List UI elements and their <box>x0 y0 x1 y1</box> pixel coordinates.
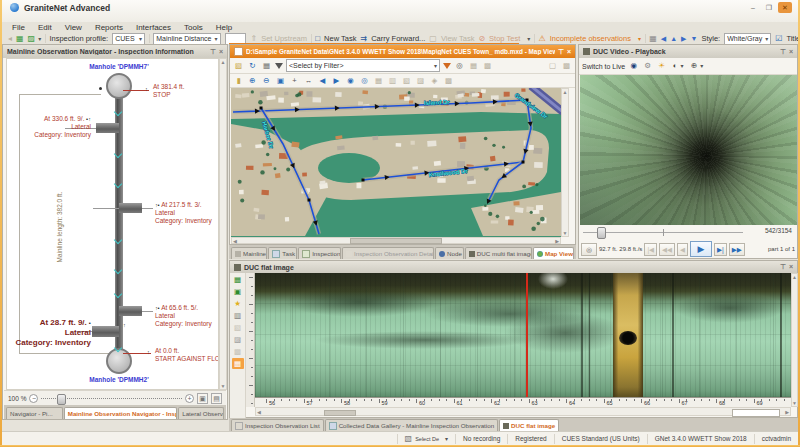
map-tool-icon[interactable]: ▩ <box>561 61 572 71</box>
start-observation[interactable]: At 0.0 ft.START AGAINST FLOW <box>155 347 219 363</box>
map-tool-icon[interactable]: ▢ <box>547 61 558 71</box>
brightness-icon[interactable]: ☀▾ <box>656 61 667 71</box>
tab-task[interactable]: Task <box>268 247 297 259</box>
pin-icon[interactable]: ⊤ <box>558 47 564 57</box>
new-task-button[interactable]: New Task <box>324 34 356 43</box>
pan-icon[interactable]: + <box>289 76 300 86</box>
current-position-cursor[interactable] <box>526 273 528 397</box>
add-observation-icon[interactable]: ▣ <box>232 286 244 297</box>
manhole-top-icon[interactable] <box>106 73 132 99</box>
close-panel-icon[interactable]: × <box>789 47 793 57</box>
scroll-right-icon[interactable]: ▶ <box>555 238 559 244</box>
close-button[interactable]: ✕ <box>778 2 792 13</box>
scroll-down-icon[interactable]: ▼ <box>221 383 226 389</box>
grid-overlay-icon[interactable]: ▦ <box>232 358 244 369</box>
scroll-down-icon[interactable]: ▼ <box>563 230 568 236</box>
scroll-up-icon[interactable]: ▲ <box>563 89 568 95</box>
scroll-up-icon[interactable]: ▲ <box>221 59 226 65</box>
scroll-down-icon[interactable]: ▼ <box>792 400 797 406</box>
flat-hscrollbar[interactable]: ◀ ▶ <box>255 407 791 416</box>
zoom-slider-handle[interactable] <box>57 394 66 405</box>
zoom-rect-icon[interactable]: ▣ <box>275 76 286 86</box>
tab-node[interactable]: Node <box>435 247 464 259</box>
menu-file[interactable]: File <box>12 23 25 32</box>
tab-mainline-observation-navigator[interactable]: Mainline Observation Navigator - Inspect… <box>64 407 177 419</box>
map-vscrollbar[interactable]: ▲ ▼ <box>561 88 569 237</box>
navigator-vscrollbar[interactable]: ▲ ▼ <box>219 58 227 390</box>
nav-down-icon[interactable]: ▼ <box>690 35 697 42</box>
tab-duc-multi-flat-image[interactable]: DUC multi flat image <box>465 247 532 259</box>
scroll-left-icon[interactable]: ◀ <box>257 409 261 415</box>
stop-observation[interactable]: At 381.4 ft.STOP <box>153 83 217 99</box>
back-icon[interactable]: ◂ <box>8 34 12 43</box>
incomplete-observations-button[interactable]: Incomplete observations <box>550 34 631 43</box>
prev-extent-icon[interactable]: ◀ <box>317 76 328 86</box>
scroll-up-icon[interactable]: ▲ <box>792 274 797 280</box>
tab-lateral-observation-navigator[interactable]: Lateral Observation Na... <box>178 407 224 419</box>
gallery-icon[interactable]: ▨ <box>232 334 244 345</box>
tab-inspection[interactable]: Inspection <box>298 247 341 259</box>
view-task-button[interactable]: View Task <box>441 34 475 43</box>
video-slider-handle[interactable] <box>597 227 606 239</box>
zoom-out-map-icon[interactable]: ⊖ <box>261 76 272 86</box>
stop-test-button[interactable]: Stop Test <box>489 34 520 43</box>
menu-edit[interactable]: Edit <box>38 23 52 32</box>
map-canvas[interactable]: Island Dr Grandview Dr Knollwood Dr Harb… <box>231 88 561 237</box>
rewind-full-button[interactable]: |◀ <box>644 243 657 256</box>
menu-view[interactable]: View <box>65 23 82 32</box>
flat-image-display[interactable] <box>255 273 791 397</box>
fit-page-icon[interactable]: ▤ <box>211 393 222 404</box>
tab-mainline[interactable]: Mainline <box>231 247 267 259</box>
snapshot-button[interactable]: ◎ <box>581 243 597 256</box>
map-tool-icon[interactable]: ▩ <box>443 76 454 86</box>
print-icon[interactable]: ▦ <box>16 34 24 43</box>
minimize-button[interactable]: – <box>746 2 760 13</box>
select-by-filter-combo[interactable]: <Select by Filter>▾ <box>286 59 440 72</box>
zoom-out-icon[interactable]: − <box>29 394 38 403</box>
map-hscrollbar[interactable]: ◀ ▶ <box>231 237 561 244</box>
menu-interfaces[interactable]: Interfaces <box>136 23 171 32</box>
save-map-icon[interactable]: ▧ <box>233 61 244 71</box>
print-map-icon[interactable]: ▦ <box>261 61 272 71</box>
grid-nav-icon[interactable]: ▦ <box>649 34 657 43</box>
titles-checkbox[interactable]: ☑ <box>775 34 782 43</box>
observation-grid-icon[interactable]: ▦ <box>232 274 244 285</box>
pin-icon[interactable]: ⊤ <box>780 47 786 57</box>
map-tool-icon[interactable]: ▧ <box>401 76 412 86</box>
lateral-65-observation[interactable]: ↑▪ At 65.6 ft. 5/. Lateral Category: Inv… <box>155 304 219 328</box>
distance-select[interactable]: Mainline Distance▾ <box>153 33 220 44</box>
lateral-28-observation-selected[interactable]: At 28.7 ft. 9/. ▪ Lateral Category: Inve… <box>6 318 91 348</box>
manhole-bottom-icon[interactable] <box>106 348 132 374</box>
scroll-left-icon[interactable]: ◀ <box>233 238 237 244</box>
map-tool-icon[interactable]: ◈ <box>429 76 440 86</box>
tab-inspection-observation-list[interactable]: Inspection Observation List <box>231 419 324 431</box>
refresh-icon[interactable]: ↻ <box>247 61 258 71</box>
play-button[interactable]: ▶ <box>690 241 712 257</box>
scroll-right-icon[interactable]: ▶ <box>785 409 789 415</box>
tab-map-view[interactable]: Map View <box>533 247 574 259</box>
video-position-slider[interactable] <box>583 227 743 237</box>
tab-navigator-pipe[interactable]: Navigator - Pi... <box>6 407 63 419</box>
zoom-in-icon[interactable]: + <box>185 394 194 403</box>
tab-collected-data-gallery[interactable]: Collected Data Gallery - Mainline Inspec… <box>325 419 498 431</box>
video-zoom-icon[interactable]: ⊕▾ <box>689 61 705 71</box>
step-back-button[interactable]: ◀ <box>677 243 688 256</box>
scroll-thumb[interactable] <box>350 238 442 244</box>
navigator-diagram[interactable]: Mainline length: 382.0 ft. Manhole 'DPMM… <box>6 58 219 390</box>
switch-to-live-button[interactable]: Switch to Live <box>582 63 625 70</box>
map-tool-icon[interactable]: ▥ <box>387 76 398 86</box>
map-tool-icon[interactable]: ▦ <box>468 61 479 71</box>
flat-tool-icon[interactable]: ▧ <box>232 322 244 333</box>
save-image-icon[interactable]: ▥ <box>232 310 244 321</box>
maximize-button[interactable]: ❐ <box>762 2 776 13</box>
pin-icon[interactable]: ⊤ <box>780 262 786 272</box>
fit-width-icon[interactable]: ▣ <box>197 393 208 404</box>
map-tool-icon[interactable]: ▩ <box>482 61 493 71</box>
export-icon[interactable]: ▨▾ <box>28 34 42 44</box>
style-select[interactable]: White/Gray▾ <box>724 33 771 44</box>
pin-icon[interactable]: ⊤ <box>210 47 216 57</box>
map-tool-icon[interactable]: ▨ <box>415 76 426 86</box>
filter-icon[interactable] <box>275 63 283 69</box>
menu-reports[interactable]: Reports <box>95 23 123 32</box>
fast-forward-button[interactable]: ▶▶ <box>729 243 745 256</box>
